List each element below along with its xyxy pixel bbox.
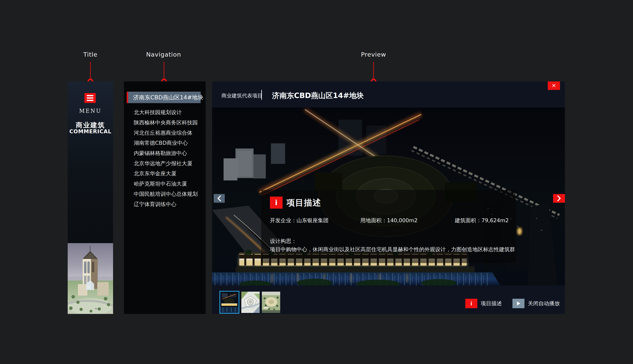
overlay-title: 项目描述 <box>287 196 321 208</box>
close-button[interactable]: ✕ <box>548 82 560 90</box>
concept-text: 项目中购物中心，休闲商业街以及社区高层住宅机具显赫和个性的外观设计，力图创造地区… <box>270 246 509 253</box>
preview-panel: 商业建筑代表项目 济南东CBD燕山区14#地块 ✕ <box>212 82 565 314</box>
title-panel: MENU 商业建筑 COMMERICAL <box>68 82 113 314</box>
nav-item[interactable]: 陕西榆林中央商务区科技园 <box>134 118 201 128</box>
navigation-panel: 济南东CBD燕山区14#地块 北大科技园规划设计 陕西榆林中央商务区科技园 河北… <box>124 82 206 314</box>
thumbnail-2[interactable] <box>241 292 260 313</box>
concept-label: 设计构思： <box>270 238 297 245</box>
category-title-en: COMMERICAL <box>68 128 113 134</box>
selected-marker-bar <box>127 92 128 103</box>
thumbnail-3[interactable] <box>262 292 280 313</box>
menu-hamburger-icon[interactable] <box>85 93 96 103</box>
next-arrow-button[interactable] <box>553 194 565 203</box>
building-rendering-image <box>68 243 113 314</box>
autoplay-toggle-button[interactable] <box>512 299 524 308</box>
chevron-right-icon <box>557 196 561 201</box>
play-icon <box>517 301 520 306</box>
nav-item[interactable]: 北大科技园规划设计 <box>134 107 201 118</box>
page-title: 济南东CBD燕山区14#地块 <box>272 82 364 108</box>
nav-item[interactable]: 河北任丘裕惠商业综合体 <box>134 128 201 138</box>
breadcrumb: 商业建筑代表项目 <box>221 82 262 108</box>
annotation-title-label: Title <box>83 51 97 58</box>
annotation-preview-label: Preview <box>361 51 386 58</box>
nav-item[interactable]: 北京东华金座大厦 <box>134 168 201 179</box>
autoplay-toggle-label: 关闭自动播放 <box>528 299 560 308</box>
previous-arrow-button[interactable] <box>214 194 225 203</box>
nav-item[interactable]: 辽宁体育训练中心 <box>134 199 201 210</box>
connector-line <box>164 62 164 79</box>
nav-item[interactable]: 中国民航培训中心总体规划 <box>134 189 201 199</box>
project-description-button[interactable]: i <box>465 299 477 308</box>
info-icon: i <box>270 196 283 208</box>
project-description-overlay: i 项目描述 开发企业：山东银座集团 用地面积：140,000m2 建筑面积：7… <box>261 190 516 263</box>
preview-header: 商业建筑代表项目 济南东CBD燕山区14#地块 ✕ <box>212 82 565 108</box>
header-divider <box>261 90 262 100</box>
project-description-button-label: 项目描述 <box>481 299 502 308</box>
nav-item[interactable]: 哈萨克斯坦中石油大厦 <box>134 179 201 189</box>
project-preview-image: i 项目描述 开发企业：山东银座集团 用地面积：140,000m2 建筑面积：7… <box>212 108 565 286</box>
nav-item[interactable]: 内蒙锡林格勒旅游中心 <box>134 148 201 158</box>
developer-field: 开发企业：山东银座集团 <box>270 217 329 224</box>
nav-item-selected[interactable]: 济南东CBD燕山区14#地块 <box>127 92 201 103</box>
nav-item[interactable]: 湖南常德CBD商业中心 <box>134 138 201 148</box>
nav-item[interactable]: 北京华远地产少报社大厦 <box>134 158 201 168</box>
chevron-left-icon <box>217 196 222 201</box>
building-area-field: 建筑面积：79,624m2 <box>455 217 509 224</box>
thumbnail-1-selected[interactable] <box>220 292 239 313</box>
land-area-field: 用地面积：140,000m2 <box>360 217 417 224</box>
preview-footer: i 项目描述 关闭自动播放 <box>212 286 565 314</box>
annotation-navigation-label: Navigation <box>146 51 181 58</box>
connector-line <box>90 62 91 79</box>
nav-item-label: 济南东CBD燕山区14#地块 <box>133 92 203 103</box>
menu-label: MENU <box>68 108 113 114</box>
connector-line <box>373 62 374 79</box>
